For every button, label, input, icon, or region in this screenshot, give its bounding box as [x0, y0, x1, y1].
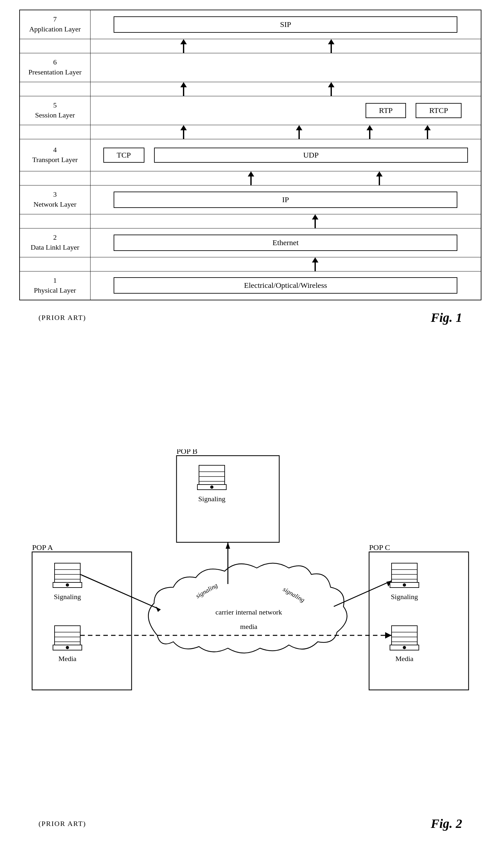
arrows-4-3: [90, 171, 481, 185]
ip-box: IP: [114, 192, 457, 208]
layer-2-content: Ethernet: [90, 228, 481, 257]
udp-box: UDP: [154, 148, 468, 163]
fig2-title: Fig. 2: [431, 816, 462, 831]
layer-3-content: IP: [90, 185, 481, 214]
fig2-caption: (PRIOR ART) Fig. 2: [19, 816, 481, 831]
media-label: media: [240, 622, 257, 631]
osi-table: 7 Application Layer SIP: [19, 10, 481, 300]
arrows-7-6: [90, 39, 481, 53]
svg-marker-7: [328, 82, 334, 87]
svg-marker-21: [312, 214, 318, 219]
pop-c-label: POP C: [369, 543, 390, 551]
svg-rect-45: [392, 563, 417, 582]
layer-4-content: TCP UDP: [90, 139, 481, 171]
arrow-row-3-2: [20, 214, 481, 228]
table-row: 4 Transport Layer TCP UDP: [20, 139, 481, 171]
layer-1-content: Electrical/Optical/Wireless: [90, 271, 481, 300]
fig1-diagram: 7 Application Layer SIP: [19, 10, 481, 325]
svg-rect-24: [177, 456, 279, 542]
arrow-row-5-4: [20, 125, 481, 139]
arrows-2-1: [90, 257, 481, 271]
layer-5-label: 5 Session Layer: [20, 96, 90, 125]
layer-6-label: 6 Presentation Layer: [20, 53, 90, 82]
pop-a-label: POP A: [32, 543, 53, 551]
svg-rect-44: [369, 552, 469, 690]
pop-c-signaling-label: Signaling: [391, 593, 418, 601]
layer-4-label: 4 Transport Layer: [20, 139, 90, 171]
svg-marker-9: [180, 125, 187, 130]
svg-marker-15: [424, 125, 431, 130]
arrow-row-4-3: [20, 171, 481, 185]
table-row: 6 Presentation Layer: [20, 53, 481, 82]
arrows-5-4: [90, 125, 481, 139]
svg-marker-17: [248, 171, 254, 176]
physical-box: Electrical/Optical/Wireless: [114, 277, 457, 293]
svg-rect-31: [32, 552, 131, 690]
layer-7-label: 7 Application Layer: [20, 10, 90, 39]
svg-marker-3: [328, 39, 334, 44]
svg-rect-32: [55, 563, 80, 582]
layer-7-content: SIP: [90, 10, 481, 39]
table-row: 1 Physical Layer Electrical/Optical/Wire…: [20, 271, 481, 300]
arrow-row-6-5: [20, 82, 481, 96]
svg-point-30: [210, 485, 213, 489]
table-row: 7 Application Layer SIP: [20, 10, 481, 39]
layer-1-label: 1 Physical Layer: [20, 271, 90, 300]
pop-b-label: POP B: [177, 449, 198, 456]
network-label: carrier internal network: [215, 608, 282, 616]
svg-point-43: [66, 646, 69, 649]
table-row: 3 Network Layer IP: [20, 185, 481, 214]
svg-marker-5: [180, 82, 187, 87]
layer-2-label: 2 Data Linkl Layer: [20, 228, 90, 257]
rtp-box: RTP: [365, 103, 406, 118]
fig1-prior-art-label: (PRIOR ART): [39, 313, 86, 322]
table-row: 2 Data Linkl Layer Ethernet: [20, 228, 481, 257]
svg-marker-23: [312, 257, 318, 262]
svg-rect-25: [199, 465, 225, 484]
ethernet-box: Ethernet: [114, 235, 457, 251]
svg-point-37: [66, 583, 69, 587]
fig2-svg: POP B Signaling POP A Signaling Media: [19, 449, 481, 828]
pop-a-media-label: Media: [58, 655, 76, 663]
pop-a-signaling-label: Signaling: [54, 593, 81, 601]
layer-3-label: 3 Network Layer: [20, 185, 90, 214]
svg-point-50: [403, 583, 406, 587]
fig1-caption: (PRIOR ART) Fig. 1: [19, 310, 481, 325]
pop-b-signaling-label: Signaling: [198, 495, 225, 503]
svg-marker-58: [226, 542, 230, 549]
arrow-row-7-6: [20, 39, 481, 53]
arrow-row-2-1: [20, 257, 481, 271]
svg-rect-51: [392, 626, 417, 645]
arrows-3-2: [90, 214, 481, 228]
layer-6-content: [90, 53, 481, 82]
layer-5-content: RTP RTCP: [90, 96, 481, 125]
fig1-title: Fig. 1: [431, 310, 462, 325]
fig2-diagram: POP B Signaling POP A Signaling Media: [19, 449, 481, 834]
svg-marker-11: [296, 125, 302, 130]
svg-marker-13: [366, 125, 373, 130]
rtcp-box: RTCP: [416, 103, 461, 118]
pop-c-media-label: Media: [395, 655, 413, 663]
svg-marker-1: [180, 39, 187, 44]
table-row: 5 Session Layer RTP RTCP: [20, 96, 481, 125]
svg-point-56: [403, 646, 406, 649]
svg-marker-19: [376, 171, 383, 176]
sip-box: SIP: [114, 17, 457, 33]
fig2-prior-art-label: (PRIOR ART): [39, 819, 86, 828]
tcp-box: TCP: [103, 148, 145, 163]
svg-rect-38: [55, 626, 80, 645]
arrows-6-5: [90, 82, 481, 96]
